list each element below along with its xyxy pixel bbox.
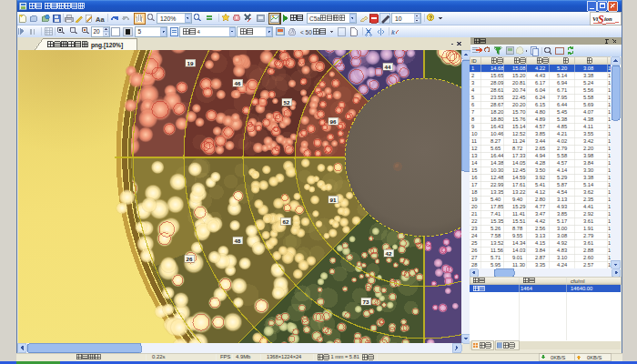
svg-text:6.94: 6.94 (557, 80, 568, 86)
svg-text:16.44: 16.44 (490, 153, 504, 158)
svg-text:15.20: 15.20 (512, 73, 526, 78)
svg-text:52: 52 (284, 99, 290, 106)
svg-text:4.38: 4.38 (583, 116, 593, 122)
svg-text:2.79: 2.79 (557, 146, 567, 151)
svg-text:5.95: 5.95 (490, 262, 500, 268)
svg-text:22.99: 22.99 (490, 182, 504, 187)
svg-text:48: 48 (235, 238, 241, 244)
svg-text:1: 1 (608, 167, 611, 173)
svg-text:20: 20 (471, 204, 477, 209)
svg-text:5.45: 5.45 (557, 109, 567, 115)
svg-text:3.44: 3.44 (535, 138, 546, 144)
svg-text:ID: ID (471, 58, 477, 64)
svg-text:1: 1 (608, 175, 611, 180)
svg-text:10.30: 10.30 (490, 167, 504, 173)
svg-text:20.20: 20.20 (512, 102, 526, 107)
svg-text:17: 17 (471, 182, 477, 187)
svg-text:3: 3 (471, 80, 474, 86)
svg-text:1: 1 (608, 138, 611, 144)
svg-text:18.80: 18.80 (490, 116, 504, 122)
svg-text:62: 62 (283, 218, 289, 225)
svg-text:10.46: 10.46 (490, 131, 504, 136)
svg-text:4.94: 4.94 (535, 153, 546, 158)
svg-text:15.70: 15.70 (512, 109, 526, 115)
svg-text:3.00: 3.00 (557, 226, 567, 231)
svg-text:17.85: 17.85 (490, 204, 504, 209)
svg-text:73: 73 (363, 298, 369, 305)
svg-text:S: S (598, 13, 604, 25)
svg-text:96: 96 (330, 118, 337, 125)
svg-text:23: 23 (471, 226, 477, 231)
svg-text:3.08: 3.08 (583, 66, 593, 71)
svg-text:2.87: 2.87 (535, 255, 545, 260)
svg-text:1: 1 (608, 197, 611, 202)
svg-text:12: 12 (471, 146, 477, 151)
svg-text:12.52: 12.52 (512, 131, 526, 136)
svg-text:2.57: 2.57 (583, 262, 593, 268)
svg-text:< 50: < 50 (300, 29, 312, 35)
svg-text:14.34: 14.34 (512, 240, 526, 246)
svg-text:4.11: 4.11 (583, 124, 593, 129)
svg-text:15.76: 15.76 (512, 116, 526, 122)
svg-text:4.22: 4.22 (535, 66, 545, 71)
svg-text:1: 1 (608, 160, 611, 166)
svg-text:2.80: 2.80 (535, 197, 545, 202)
svg-text:C5a: C5a (309, 15, 320, 22)
svg-text:1: 1 (608, 73, 611, 78)
svg-text:png.[120%]: png.[120%] (91, 42, 123, 49)
svg-text:15.65: 15.65 (490, 73, 504, 78)
svg-text:13.22: 13.22 (512, 189, 526, 195)
svg-text:9.40: 9.40 (512, 197, 522, 202)
svg-text:4.12: 4.12 (535, 189, 545, 195)
svg-text:27: 27 (471, 255, 477, 260)
svg-text:3.08: 3.08 (557, 233, 567, 238)
svg-text:6.17: 6.17 (535, 80, 545, 86)
svg-text:3.42: 3.42 (583, 138, 593, 144)
svg-text:44: 44 (385, 64, 391, 70)
svg-text:15.35: 15.35 (490, 218, 504, 224)
svg-text:5.38: 5.38 (557, 116, 567, 122)
svg-text:3.10: 3.10 (557, 255, 567, 260)
svg-text:15.51: 15.51 (512, 218, 526, 224)
svg-text:3.85: 3.85 (535, 131, 545, 136)
svg-text:11: 11 (471, 138, 477, 144)
svg-text:3.84: 3.84 (535, 248, 546, 253)
svg-text:5.65: 5.65 (490, 146, 500, 151)
svg-text:5.41: 5.41 (535, 182, 545, 187)
svg-text:3.50: 3.50 (535, 167, 545, 173)
svg-text:4.24: 4.24 (557, 262, 568, 268)
svg-text:6.04: 6.04 (535, 87, 546, 93)
svg-text:15: 15 (471, 167, 477, 173)
svg-text:4.42: 4.42 (535, 218, 545, 224)
svg-text:6.15: 6.15 (535, 102, 545, 107)
svg-text:15.14: 15.14 (512, 124, 526, 129)
svg-text:21: 21 (471, 211, 477, 217)
svg-text:25: 25 (471, 240, 477, 246)
svg-text:11.24: 11.24 (512, 138, 526, 144)
svg-text:11.41: 11.41 (512, 211, 525, 217)
svg-text:5.58: 5.58 (557, 153, 567, 158)
svg-text:2.60: 2.60 (583, 255, 593, 260)
svg-text:22.45: 22.45 (512, 95, 526, 100)
svg-text:3.61: 3.61 (583, 218, 593, 224)
svg-text:1: 1 (608, 80, 611, 86)
svg-text:11.30: 11.30 (512, 262, 525, 268)
svg-text:1: 1 (608, 189, 611, 195)
svg-text:1: 1 (608, 255, 611, 260)
svg-text:1: 1 (608, 146, 611, 151)
svg-text:4.28: 4.28 (535, 160, 545, 166)
svg-text:42: 42 (386, 250, 392, 257)
svg-text:?: ? (429, 15, 432, 21)
svg-text:2.20: 2.20 (583, 146, 593, 151)
svg-text:1: 1 (608, 116, 611, 122)
svg-text:1: 1 (608, 153, 611, 158)
svg-text:1: 1 (608, 204, 611, 209)
svg-text:2.56: 2.56 (535, 226, 545, 231)
svg-text:10: 10 (395, 15, 402, 22)
svg-text:16: 16 (471, 175, 477, 180)
svg-text:4.89: 4.89 (535, 116, 545, 122)
svg-text:15.08: 15.08 (512, 66, 526, 71)
svg-text:23.55: 23.55 (490, 95, 504, 100)
svg-text:18: 18 (471, 189, 477, 195)
svg-text:11.56: 11.56 (490, 248, 503, 253)
